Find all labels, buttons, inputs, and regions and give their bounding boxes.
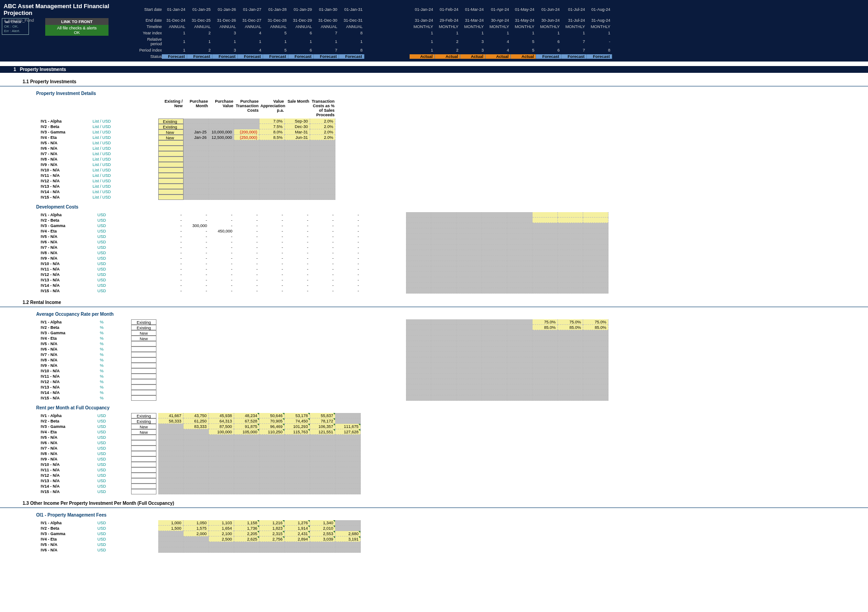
- rent-cell[interactable]: [259, 484, 285, 489]
- rent-cell[interactable]: 111,675: [335, 424, 361, 429]
- oi1-cell[interactable]: 3,039: [310, 536, 335, 542]
- dev-monthly-cell[interactable]: [431, 288, 457, 294]
- oi1-cell[interactable]: [209, 542, 234, 547]
- rent-cell[interactable]: [158, 446, 184, 451]
- dev-monthly-cell[interactable]: [558, 250, 583, 256]
- rent-cell[interactable]: [234, 440, 259, 446]
- detail-cell[interactable]: [234, 146, 259, 151]
- detail-cell[interactable]: [158, 146, 184, 151]
- oi1-cell[interactable]: 2,205: [234, 531, 259, 536]
- dev-monthly-cell[interactable]: [482, 239, 507, 245]
- rent-cell[interactable]: [259, 462, 285, 467]
- rent-cell[interactable]: 61,250: [184, 418, 209, 424]
- detail-cell[interactable]: [259, 184, 285, 189]
- dev-monthly-cell[interactable]: [406, 288, 431, 294]
- occ-cell[interactable]: [558, 352, 583, 357]
- rent-cell[interactable]: [335, 418, 361, 424]
- dev-monthly-cell[interactable]: [558, 228, 583, 234]
- occ-cell[interactable]: [533, 363, 558, 368]
- oi1-cell[interactable]: 1,575: [184, 526, 209, 531]
- detail-cell[interactable]: [184, 189, 209, 195]
- rent-cell[interactable]: [184, 451, 209, 456]
- occ-cell[interactable]: [583, 341, 609, 346]
- dev-monthly-cell[interactable]: [558, 239, 583, 245]
- occ-cell[interactable]: [431, 346, 457, 352]
- occ-cell[interactable]: [558, 379, 583, 384]
- rent-cell[interactable]: [184, 435, 209, 440]
- dev-monthly-cell[interactable]: [431, 272, 457, 277]
- rent-cell[interactable]: 45,938: [209, 413, 234, 418]
- rent-cell[interactable]: [335, 451, 361, 456]
- occ-cell[interactable]: [507, 319, 533, 325]
- dev-monthly-cell[interactable]: [583, 245, 609, 250]
- oi1-cell[interactable]: 2,431: [285, 531, 310, 536]
- detail-cell[interactable]: 2.0%: [310, 124, 335, 129]
- detail-cell[interactable]: [285, 157, 310, 162]
- detail-cell[interactable]: [209, 146, 234, 151]
- rent-cell[interactable]: [158, 424, 184, 429]
- detail-cell[interactable]: [259, 178, 285, 184]
- occ-cell[interactable]: [457, 374, 482, 379]
- dev-monthly-cell[interactable]: [583, 272, 609, 277]
- dev-monthly-cell[interactable]: [583, 277, 609, 283]
- rent-cell[interactable]: [285, 484, 310, 489]
- dev-monthly-cell[interactable]: [431, 266, 457, 272]
- dev-monthly-cell[interactable]: [406, 239, 431, 245]
- rent-cell[interactable]: [184, 467, 209, 473]
- oi1-cell[interactable]: [335, 520, 361, 526]
- rent-cell[interactable]: [184, 473, 209, 478]
- rent-cell[interactable]: [158, 456, 184, 462]
- oi1-cell[interactable]: [285, 547, 310, 553]
- occ-cell[interactable]: [406, 374, 431, 379]
- oi1-cell[interactable]: [259, 547, 285, 553]
- dev-monthly-cell[interactable]: [558, 234, 583, 239]
- oi1-cell[interactable]: 1,103: [209, 520, 234, 526]
- rent-cell[interactable]: [209, 451, 234, 456]
- occ-cell[interactable]: [558, 390, 583, 395]
- rent-cell[interactable]: [310, 467, 335, 473]
- occ-cell[interactable]: [431, 368, 457, 374]
- dev-monthly-cell[interactable]: [507, 266, 533, 272]
- detail-cell[interactable]: [310, 146, 335, 151]
- dev-monthly-cell[interactable]: [457, 250, 482, 256]
- occ-cell[interactable]: [457, 357, 482, 363]
- occ-cell[interactable]: 85.0%: [583, 325, 609, 330]
- rent-cell[interactable]: [158, 478, 184, 484]
- dev-monthly-cell[interactable]: [457, 239, 482, 245]
- detail-cell[interactable]: [310, 167, 335, 173]
- rent-cell[interactable]: [234, 478, 259, 484]
- oi1-cell[interactable]: [209, 547, 234, 553]
- dev-monthly-cell[interactable]: [406, 212, 431, 218]
- rent-cell[interactable]: [209, 456, 234, 462]
- detail-cell[interactable]: [259, 167, 285, 173]
- detail-cell[interactable]: [234, 162, 259, 167]
- rent-cell[interactable]: [184, 429, 209, 435]
- occ-cell[interactable]: [482, 390, 507, 395]
- rent-cell[interactable]: [335, 478, 361, 484]
- rent-cell[interactable]: [184, 484, 209, 489]
- rent-cell[interactable]: [209, 462, 234, 467]
- dev-monthly-cell[interactable]: [482, 234, 507, 239]
- rent-cell[interactable]: 55,837: [310, 413, 335, 418]
- rent-cell[interactable]: [158, 484, 184, 489]
- detail-cell[interactable]: Jan-26: [184, 135, 209, 140]
- detail-cell[interactable]: [184, 140, 209, 146]
- oi1-cell[interactable]: [158, 542, 184, 547]
- occ-cell[interactable]: [406, 363, 431, 368]
- rent-cell[interactable]: [158, 462, 184, 467]
- dev-monthly-cell[interactable]: [507, 223, 533, 228]
- dev-monthly-cell[interactable]: [482, 256, 507, 261]
- occ-cell[interactable]: [406, 368, 431, 374]
- rent-cell[interactable]: [285, 440, 310, 446]
- detail-cell[interactable]: 8.0%: [259, 129, 285, 135]
- dev-monthly-cell[interactable]: [533, 234, 558, 239]
- detail-cell[interactable]: 2.0%: [310, 119, 335, 124]
- dev-monthly-cell[interactable]: [533, 277, 558, 283]
- oi1-cell[interactable]: 2,100: [209, 531, 234, 536]
- detail-cell[interactable]: [209, 184, 234, 189]
- dev-monthly-cell[interactable]: [457, 218, 482, 223]
- occ-cell[interactable]: [406, 357, 431, 363]
- rent-cell[interactable]: [234, 484, 259, 489]
- occ-cell[interactable]: [558, 330, 583, 336]
- rent-cell[interactable]: 91,875: [234, 424, 259, 429]
